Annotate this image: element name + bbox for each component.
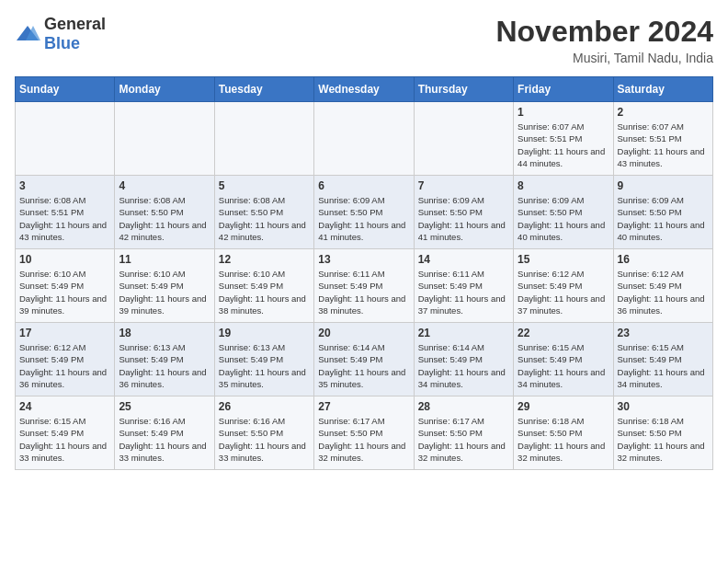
day-info: Sunrise: 6:16 AM Sunset: 5:49 PM Dayligh… xyxy=(119,415,210,464)
day-header-saturday: Saturday xyxy=(613,77,712,102)
logo-icon xyxy=(15,24,40,44)
calendar-cell: 22Sunrise: 6:15 AM Sunset: 5:49 PM Dayli… xyxy=(514,323,613,396)
logo-general: General xyxy=(44,15,106,33)
day-number: 28 xyxy=(418,400,509,413)
day-info: Sunrise: 6:13 AM Sunset: 5:49 PM Dayligh… xyxy=(119,341,210,390)
calendar-cell: 30Sunrise: 6:18 AM Sunset: 5:50 PM Dayli… xyxy=(613,396,712,470)
title-section: November 2024 Musiri, Tamil Nadu, India xyxy=(495,15,713,65)
calendar-cell: 9Sunrise: 6:09 AM Sunset: 5:50 PM Daylig… xyxy=(613,176,712,249)
day-number: 16 xyxy=(618,253,709,266)
day-number: 3 xyxy=(19,179,110,192)
day-number: 18 xyxy=(119,327,210,339)
day-info: Sunrise: 6:15 AM Sunset: 5:49 PM Dayligh… xyxy=(618,341,709,390)
calendar-week-row: 17Sunrise: 6:12 AM Sunset: 5:49 PM Dayli… xyxy=(16,323,713,396)
calendar-cell xyxy=(214,102,313,176)
calendar-week-row: 1Sunrise: 6:07 AM Sunset: 5:51 PM Daylig… xyxy=(16,102,713,176)
calendar-subtitle: Musiri, Tamil Nadu, India xyxy=(495,51,713,65)
day-number: 13 xyxy=(318,253,409,266)
calendar-cell: 1Sunrise: 6:07 AM Sunset: 5:51 PM Daylig… xyxy=(514,102,613,176)
day-number: 23 xyxy=(618,327,709,339)
day-number: 20 xyxy=(318,327,409,339)
day-number: 9 xyxy=(618,179,709,192)
logo: General Blue xyxy=(15,15,106,53)
day-number: 1 xyxy=(518,106,609,119)
day-number: 2 xyxy=(618,106,709,119)
calendar-cell: 21Sunrise: 6:14 AM Sunset: 5:49 PM Dayli… xyxy=(414,323,513,396)
day-number: 29 xyxy=(518,400,609,413)
day-info: Sunrise: 6:07 AM Sunset: 5:51 PM Dayligh… xyxy=(618,121,709,169)
calendar-cell: 28Sunrise: 6:17 AM Sunset: 5:50 PM Dayli… xyxy=(414,396,513,470)
day-number: 12 xyxy=(219,253,310,266)
day-number: 15 xyxy=(518,253,609,266)
logo-text: General Blue xyxy=(44,15,106,53)
calendar-cell xyxy=(314,102,414,176)
day-info: Sunrise: 6:11 AM Sunset: 5:49 PM Dayligh… xyxy=(318,268,409,316)
calendar-cell: 10Sunrise: 6:10 AM Sunset: 5:49 PM Dayli… xyxy=(16,249,115,323)
day-info: Sunrise: 6:12 AM Sunset: 5:49 PM Dayligh… xyxy=(518,268,609,316)
day-info: Sunrise: 6:14 AM Sunset: 5:49 PM Dayligh… xyxy=(418,341,509,390)
day-number: 6 xyxy=(318,179,409,192)
calendar-cell: 12Sunrise: 6:10 AM Sunset: 5:49 PM Dayli… xyxy=(214,249,313,323)
day-number: 26 xyxy=(219,400,310,413)
day-number: 25 xyxy=(119,400,210,413)
day-info: Sunrise: 6:09 AM Sunset: 5:50 PM Dayligh… xyxy=(318,194,409,243)
day-number: 27 xyxy=(318,400,409,413)
day-info: Sunrise: 6:15 AM Sunset: 5:49 PM Dayligh… xyxy=(518,341,609,390)
day-info: Sunrise: 6:15 AM Sunset: 5:49 PM Dayligh… xyxy=(19,415,110,464)
logo-blue: Blue xyxy=(44,34,80,52)
calendar-cell: 17Sunrise: 6:12 AM Sunset: 5:49 PM Dayli… xyxy=(16,323,115,396)
day-number: 17 xyxy=(19,327,110,339)
day-number: 19 xyxy=(219,327,310,339)
calendar-week-row: 10Sunrise: 6:10 AM Sunset: 5:49 PM Dayli… xyxy=(16,249,713,323)
day-number: 24 xyxy=(19,400,110,413)
day-info: Sunrise: 6:08 AM Sunset: 5:51 PM Dayligh… xyxy=(19,194,110,243)
calendar-cell: 14Sunrise: 6:11 AM Sunset: 5:49 PM Dayli… xyxy=(414,249,513,323)
calendar-cell: 25Sunrise: 6:16 AM Sunset: 5:49 PM Dayli… xyxy=(115,396,214,470)
calendar-cell: 2Sunrise: 6:07 AM Sunset: 5:51 PM Daylig… xyxy=(613,102,712,176)
calendar-table: SundayMondayTuesdayWednesdayThursdayFrid… xyxy=(15,76,713,470)
day-number: 30 xyxy=(618,400,709,413)
calendar-cell: 29Sunrise: 6:18 AM Sunset: 5:50 PM Dayli… xyxy=(514,396,613,470)
calendar-cell: 7Sunrise: 6:09 AM Sunset: 5:50 PM Daylig… xyxy=(414,176,513,249)
day-header-friday: Friday xyxy=(514,77,613,102)
day-info: Sunrise: 6:08 AM Sunset: 5:50 PM Dayligh… xyxy=(219,194,310,243)
day-number: 5 xyxy=(219,179,310,192)
calendar-cell xyxy=(16,102,115,176)
calendar-cell: 19Sunrise: 6:13 AM Sunset: 5:49 PM Dayli… xyxy=(214,323,313,396)
calendar-cell: 26Sunrise: 6:16 AM Sunset: 5:50 PM Dayli… xyxy=(214,396,313,470)
day-number: 4 xyxy=(119,179,210,192)
day-info: Sunrise: 6:13 AM Sunset: 5:49 PM Dayligh… xyxy=(219,341,310,390)
calendar-cell: 5Sunrise: 6:08 AM Sunset: 5:50 PM Daylig… xyxy=(214,176,313,249)
day-info: Sunrise: 6:07 AM Sunset: 5:51 PM Dayligh… xyxy=(518,121,609,169)
calendar-cell: 8Sunrise: 6:09 AM Sunset: 5:50 PM Daylig… xyxy=(514,176,613,249)
calendar-cell xyxy=(115,102,214,176)
calendar-week-row: 24Sunrise: 6:15 AM Sunset: 5:49 PM Dayli… xyxy=(16,396,713,470)
day-info: Sunrise: 6:09 AM Sunset: 5:50 PM Dayligh… xyxy=(518,194,609,243)
day-info: Sunrise: 6:11 AM Sunset: 5:49 PM Dayligh… xyxy=(418,268,509,316)
day-number: 11 xyxy=(119,253,210,266)
day-info: Sunrise: 6:10 AM Sunset: 5:49 PM Dayligh… xyxy=(19,268,110,316)
calendar-cell: 13Sunrise: 6:11 AM Sunset: 5:49 PM Dayli… xyxy=(314,249,414,323)
calendar-cell: 27Sunrise: 6:17 AM Sunset: 5:50 PM Dayli… xyxy=(314,396,414,470)
day-header-wednesday: Wednesday xyxy=(314,77,414,102)
calendar-cell: 18Sunrise: 6:13 AM Sunset: 5:49 PM Dayli… xyxy=(115,323,214,396)
day-header-sunday: Sunday xyxy=(16,77,115,102)
day-info: Sunrise: 6:12 AM Sunset: 5:49 PM Dayligh… xyxy=(618,268,709,316)
day-number: 10 xyxy=(19,253,110,266)
calendar-cell: 11Sunrise: 6:10 AM Sunset: 5:49 PM Dayli… xyxy=(115,249,214,323)
day-info: Sunrise: 6:10 AM Sunset: 5:49 PM Dayligh… xyxy=(219,268,310,316)
day-info: Sunrise: 6:18 AM Sunset: 5:50 PM Dayligh… xyxy=(518,415,609,464)
day-info: Sunrise: 6:09 AM Sunset: 5:50 PM Dayligh… xyxy=(418,194,509,243)
day-number: 8 xyxy=(518,179,609,192)
day-header-monday: Monday xyxy=(115,77,214,102)
calendar-cell xyxy=(414,102,513,176)
day-info: Sunrise: 6:17 AM Sunset: 5:50 PM Dayligh… xyxy=(318,415,409,464)
calendar-body: 1Sunrise: 6:07 AM Sunset: 5:51 PM Daylig… xyxy=(16,102,713,470)
calendar-cell: 6Sunrise: 6:09 AM Sunset: 5:50 PM Daylig… xyxy=(314,176,414,249)
day-info: Sunrise: 6:16 AM Sunset: 5:50 PM Dayligh… xyxy=(219,415,310,464)
day-number: 14 xyxy=(418,253,509,266)
day-info: Sunrise: 6:18 AM Sunset: 5:50 PM Dayligh… xyxy=(618,415,709,464)
day-info: Sunrise: 6:14 AM Sunset: 5:49 PM Dayligh… xyxy=(318,341,409,390)
day-info: Sunrise: 6:12 AM Sunset: 5:49 PM Dayligh… xyxy=(19,341,110,390)
calendar-cell: 3Sunrise: 6:08 AM Sunset: 5:51 PM Daylig… xyxy=(16,176,115,249)
